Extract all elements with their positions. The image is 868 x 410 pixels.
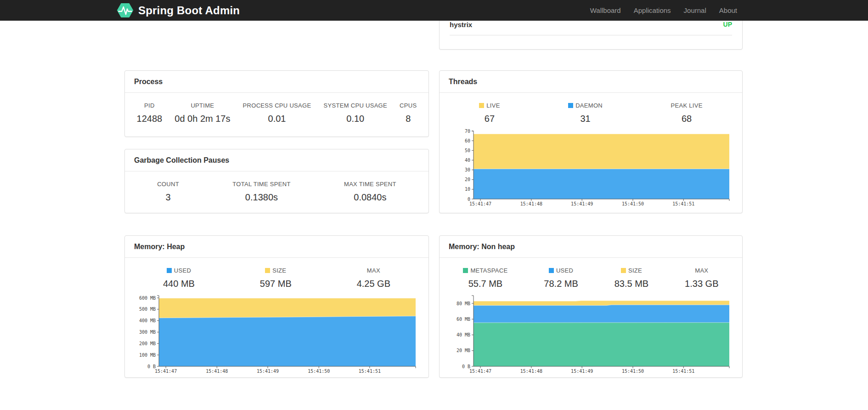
stat-heap-used: USED 440 MB	[163, 267, 195, 289]
svg-text:15:41:47: 15:41:47	[469, 201, 491, 206]
svg-text:15:41:47: 15:41:47	[469, 369, 491, 374]
heap-panel-title: Memory: Heap	[125, 236, 428, 258]
svg-text:15:41:48: 15:41:48	[520, 201, 542, 206]
stat-nonheap-size: SIZE 83.5 MB	[614, 267, 648, 289]
gc-stats: COUNT 3 TOTAL TIME SPENT 0.1380s MAX TIM…	[125, 171, 428, 203]
legend-swatch-nonheap-used	[549, 268, 554, 273]
svg-text:40: 40	[465, 158, 470, 163]
brand-link[interactable]: Spring Boot Admin	[117, 0, 240, 21]
svg-text:30: 30	[465, 167, 470, 172]
svg-text:10: 10	[465, 187, 470, 192]
stat-heap-max: MAX 4.25 GB	[357, 267, 390, 289]
heap-panel: Memory: Heap USED 440 MB SIZE 597 MB MAX…	[124, 235, 429, 378]
stat-uptime: UPTIME 0d 0h 2m 17s	[175, 102, 230, 124]
stat-gc-max-time: MAX TIME SPENT 0.0840s	[344, 181, 396, 203]
svg-text:60: 60	[465, 138, 470, 143]
health-row-hystrix: hystrix UP	[450, 21, 732, 35]
heap-stats: USED 440 MB SIZE 597 MB MAX 4.25 GB	[125, 258, 428, 289]
gc-panel: Garbage Collection Pauses COUNT 3 TOTAL …	[124, 149, 429, 213]
nav-about[interactable]: About	[713, 6, 744, 14]
nonheap-stats: METASPACE 55.7 MB USED 78.2 MB SIZE 83.5…	[440, 258, 742, 289]
legend-swatch-daemon	[568, 103, 573, 108]
svg-text:20 MB: 20 MB	[457, 348, 470, 353]
process-panel-title: Process	[125, 71, 428, 93]
threads-chart: 01020304050607015:41:4715:41:4815:41:491…	[451, 128, 730, 207]
stat-gc-count: COUNT 3	[157, 181, 179, 203]
logo-pulse-icon	[117, 2, 134, 19]
gc-panel-title: Garbage Collection Pauses	[125, 149, 428, 171]
svg-text:50: 50	[465, 148, 470, 153]
svg-text:0 B: 0 B	[462, 364, 470, 369]
stat-cpus: CPUS 8	[400, 102, 417, 124]
legend-swatch-nonheap-size	[621, 268, 626, 273]
nonheap-chart: 0 B20 MB40 MB60 MB80 MB15:41:4715:41:481…	[451, 293, 730, 375]
nav-applications[interactable]: Applications	[627, 6, 677, 14]
threads-stats: LIVE 67 DAEMON 31 PEAK LIVE 68	[440, 93, 742, 124]
brand-title: Spring Boot Admin	[138, 4, 240, 17]
status-badge: UP	[723, 21, 732, 28]
legend-swatch-live	[479, 103, 484, 108]
nonheap-panel: Memory: Non heap METASPACE 55.7 MB USED …	[439, 235, 743, 378]
legend-swatch-heap-used	[167, 268, 172, 273]
svg-text:300 MB: 300 MB	[139, 330, 156, 335]
stat-system-cpu: SYSTEM CPU USAGE 0.10	[324, 102, 387, 124]
svg-text:80 MB: 80 MB	[457, 301, 470, 306]
svg-text:15:41:47: 15:41:47	[155, 369, 177, 374]
process-stats: PID 12488 UPTIME 0d 0h 2m 17s PROCESS CP…	[125, 93, 428, 124]
health-service-name: hystrix	[450, 21, 472, 28]
legend-swatch-heap-size	[265, 268, 270, 273]
navbar-links: Wallboard Applications Journal About	[584, 0, 744, 21]
svg-text:100 MB: 100 MB	[139, 353, 156, 358]
navbar: Spring Boot Admin Wallboard Applications…	[0, 0, 868, 21]
threads-panel-title: Threads	[440, 71, 742, 93]
svg-text:0: 0	[468, 197, 470, 202]
svg-text:400 MB: 400 MB	[139, 318, 156, 323]
stat-process-cpu: PROCESS CPU USAGE 0.01	[243, 102, 311, 124]
legend-swatch-metaspace	[463, 268, 468, 273]
stat-nonheap-used: USED 78.2 MB	[544, 267, 578, 289]
stat-pid: PID 12488	[137, 102, 163, 124]
page: Spring Boot Admin Wallboard Applications…	[0, 0, 868, 410]
svg-text:15:41:49: 15:41:49	[571, 369, 593, 374]
svg-text:500 MB: 500 MB	[139, 307, 156, 312]
svg-text:600 MB: 600 MB	[139, 296, 156, 301]
heap-chart: 0 B100 MB200 MB300 MB400 MB500 MB600 MB1…	[136, 293, 417, 375]
stat-threads-live: LIVE 67	[479, 102, 500, 124]
svg-text:15:41:50: 15:41:50	[308, 369, 330, 374]
stat-threads-daemon: DAEMON 31	[568, 102, 603, 124]
svg-text:0 B: 0 B	[147, 364, 156, 369]
svg-text:15:41:49: 15:41:49	[257, 369, 279, 374]
stat-threads-peak: PEAK LIVE 68	[671, 102, 703, 124]
svg-text:15:41:51: 15:41:51	[359, 369, 381, 374]
svg-text:15:41:48: 15:41:48	[206, 369, 228, 374]
svg-text:70: 70	[465, 129, 470, 134]
svg-text:200 MB: 200 MB	[139, 341, 156, 346]
svg-text:15:41:49: 15:41:49	[571, 201, 593, 206]
process-panel: Process PID 12488 UPTIME 0d 0h 2m 17s PR…	[124, 70, 429, 137]
svg-text:40 MB: 40 MB	[457, 332, 470, 337]
stat-gc-total-time: TOTAL TIME SPENT 0.1380s	[232, 181, 290, 203]
stat-heap-size: SIZE 597 MB	[260, 267, 292, 289]
nav-wallboard[interactable]: Wallboard	[584, 6, 627, 14]
nav-journal[interactable]: Journal	[677, 6, 713, 14]
nonheap-panel-title: Memory: Non heap	[440, 236, 742, 258]
svg-text:20: 20	[465, 177, 470, 182]
svg-text:15:41:50: 15:41:50	[622, 369, 644, 374]
svg-text:15:41:51: 15:41:51	[672, 369, 694, 374]
svg-text:15:41:50: 15:41:50	[622, 201, 644, 206]
svg-text:60 MB: 60 MB	[457, 317, 470, 322]
stat-metaspace: METASPACE 55.7 MB	[463, 267, 507, 289]
svg-text:15:41:48: 15:41:48	[520, 369, 542, 374]
svg-text:15:41:51: 15:41:51	[672, 201, 694, 206]
threads-panel: Threads LIVE 67 DAEMON 31 PEAK LIVE 68	[439, 70, 743, 213]
stat-nonheap-max: MAX 1.33 GB	[685, 267, 718, 289]
